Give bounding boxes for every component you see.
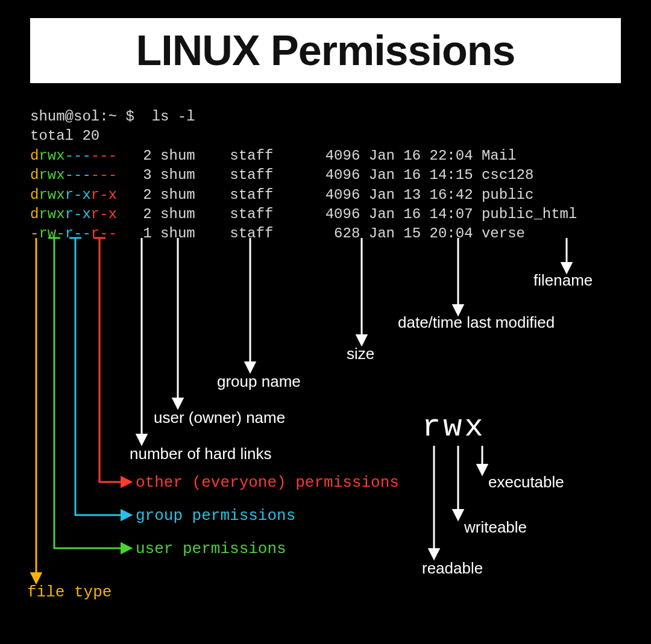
- label-owner: user (owner) name: [154, 408, 285, 427]
- label-user-perm: user permissions: [136, 540, 286, 558]
- label-executable: executable: [488, 473, 564, 492]
- label-group: group name: [217, 372, 301, 391]
- label-hardlinks: number of hard links: [130, 445, 272, 463]
- page-title: LINUX Permissions: [30, 18, 621, 83]
- rwx-heading: rwx: [422, 410, 486, 445]
- label-file-type: file type: [27, 583, 112, 601]
- label-filename: filename: [533, 271, 593, 290]
- terminal-output: shum@sol:~ $ ls -l total 20 drwx------ 2…: [0, 95, 651, 244]
- label-readable: readable: [422, 559, 483, 578]
- label-datetime: date/time last modified: [398, 313, 555, 332]
- label-other-perm: other (everyone) permissions: [136, 474, 399, 492]
- label-size: size: [347, 345, 374, 363]
- label-group-perm: group permissions: [136, 507, 295, 525]
- label-writeable: writeable: [464, 518, 527, 537]
